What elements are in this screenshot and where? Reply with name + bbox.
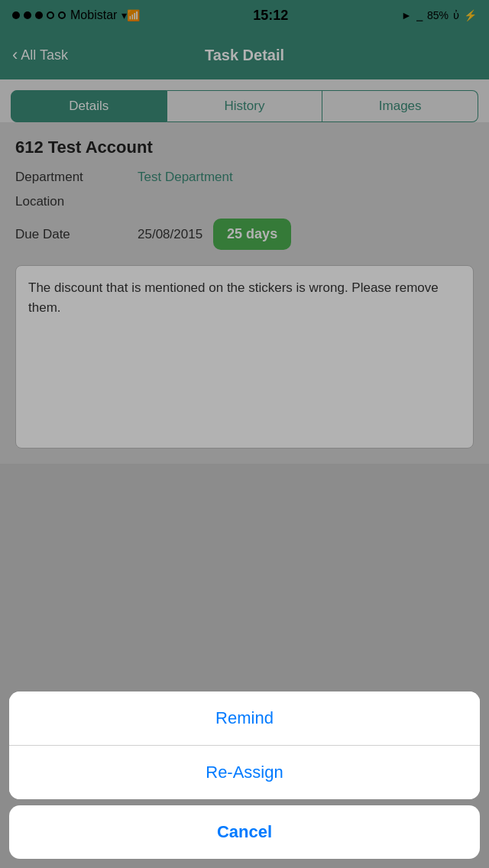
remind-button[interactable]: Remind xyxy=(9,691,480,745)
action-sheet-container: Remind Re-Assign Cancel xyxy=(0,691,489,868)
reassign-button[interactable]: Re-Assign xyxy=(9,746,480,799)
cancel-button[interactable]: Cancel xyxy=(9,805,480,859)
cancel-group: Cancel xyxy=(9,805,480,859)
action-sheet-group: Remind Re-Assign xyxy=(9,691,480,799)
